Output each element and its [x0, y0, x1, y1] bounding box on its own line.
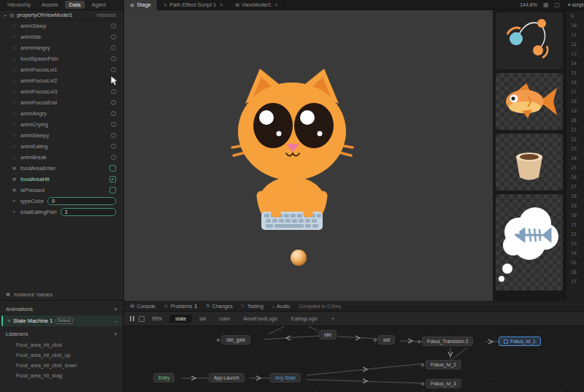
bool-checkbox[interactable] — [110, 176, 116, 182]
add-animation-button[interactable]: + — [114, 306, 118, 313]
data-property-row[interactable]: typeColor 0 — [0, 196, 123, 207]
panel-tab[interactable]: Assets — [37, 1, 63, 9]
pause-icon[interactable] — [130, 316, 134, 321]
mouse-cursor — [110, 75, 118, 86]
state-node[interactable]: eat — [378, 335, 395, 345]
state-node[interactable]: idle — [319, 330, 337, 339]
property-type-icon — [12, 210, 17, 215]
panel-tab[interactable]: Hierarchy — [3, 1, 35, 9]
layer-tab[interactable]: tail — [193, 315, 212, 323]
state-node[interactable]: Any State — [270, 373, 301, 383]
console-tab[interactable]: ⚠ Problems 1 — [164, 303, 197, 309]
listener-item[interactable]: Food_area_hit_click_up — [0, 350, 123, 360]
data-property-row[interactable]: animBreak — [0, 152, 123, 163]
layer-tab[interactable]: state — [169, 315, 192, 323]
line-number: 36 — [571, 268, 584, 277]
data-property-row[interactable]: animFocusLvl1 — [0, 64, 123, 75]
listener-item[interactable]: Food_area_hit_click_down — [0, 360, 123, 370]
state-node[interactable]: Entry — [153, 373, 174, 383]
panel-tab[interactable]: Agent — [87, 1, 110, 9]
viewmodel-header-row[interactable]: ▸ ▤ propertyOfViewModel1 Instance — [0, 10, 123, 20]
trigger-fire-button[interactable] — [111, 45, 116, 50]
data-property-row[interactable]: animSleep — [0, 20, 123, 31]
layer-tab[interactable]: EatingLogic — [285, 315, 324, 323]
console-tab[interactable]: ♪ Audio — [272, 303, 290, 309]
graph-zoom-level[interactable]: 95% — [152, 316, 162, 321]
cat-artwork[interactable] — [225, 63, 360, 231]
trigger-fire-button[interactable] — [111, 34, 116, 39]
fishbone-thought-artboard-thumbnail[interactable] — [496, 194, 563, 291]
data-property-row[interactable]: animCrying — [0, 119, 123, 130]
layer-tab[interactable]: color — [213, 315, 236, 323]
data-property-row[interactable]: animSleepy — [0, 130, 123, 141]
trigger-fire-button[interactable] — [111, 89, 116, 94]
close-tab-icon[interactable]: × — [220, 2, 223, 7]
editor-tab[interactable]: ⊞ ViewModel1 × — [229, 0, 284, 10]
state-machine-item[interactable]: ≡ State Machine 1 Default – — [1, 315, 122, 326]
state-node[interactable]: Fokus_lvl_2 — [426, 360, 461, 369]
panel-tab[interactable]: Data — [65, 1, 85, 9]
data-property-row[interactable]: isPressed — [0, 185, 123, 196]
menu-icon[interactable]: ≡ — [568, 2, 571, 7]
editor-tab[interactable]: ▣ Stage × — [124, 0, 158, 10]
trigger-fire-button[interactable] — [111, 56, 116, 61]
stage-canvas[interactable] — [124, 10, 493, 301]
number-input[interactable]: 0 — [47, 197, 116, 205]
data-property-row[interactable]: foodSpawnFish — [0, 53, 123, 64]
remove-state-machine-button[interactable]: – — [115, 318, 118, 324]
data-property-row[interactable]: animFocusLvl2 — [0, 75, 123, 86]
data-property-row[interactable]: animFocusLvl3 — [0, 86, 123, 97]
coffee-cup-artboard-thumbnail[interactable] — [496, 134, 563, 191]
close-tab-icon[interactable]: × — [275, 2, 278, 7]
editor-tab[interactable]: ∿ Path Effect Script 1 × — [158, 0, 230, 10]
state-node[interactable]: Fokus_lvl_1 — [499, 337, 541, 346]
property-type-icon — [12, 67, 17, 72]
add-layer-button[interactable]: + — [331, 315, 334, 323]
trigger-fire-button[interactable] — [111, 111, 116, 116]
fish-artboard-thumbnail[interactable] — [496, 73, 563, 130]
food-ball[interactable] — [291, 250, 307, 266]
trigger-fire-button[interactable] — [111, 67, 116, 72]
trigger-fire-button[interactable] — [111, 133, 116, 138]
add-listener-button[interactable]: + — [114, 331, 118, 338]
layer-tab[interactable]: AreaFoodLogic — [237, 315, 283, 323]
trigger-fire-button[interactable] — [111, 122, 116, 127]
console-tab[interactable]: ▤ Console — [130, 303, 155, 309]
state-node[interactable]: Fokus_Transision 2 — [422, 337, 473, 346]
console-tab[interactable]: ⇅ Changes — [206, 303, 232, 309]
property-type-icon — [12, 133, 17, 138]
stage-zoom-level[interactable]: 144.8% — [520, 2, 537, 7]
bool-checkbox[interactable] — [110, 165, 116, 172]
trigger-fire-button[interactable] — [111, 155, 116, 160]
expand-caret-icon[interactable]: ▸ — [4, 12, 7, 18]
layout-icon[interactable]: ▢ — [554, 1, 560, 8]
trigger-fire-button[interactable] — [111, 100, 116, 105]
fit-view-icon[interactable] — [139, 316, 145, 322]
trigger-fire-button[interactable] — [111, 144, 116, 149]
bool-checkbox[interactable] — [110, 187, 116, 193]
grid-icon[interactable]: ▦ — [543, 1, 549, 8]
state-node[interactable]: Fokus_lvl_3 — [426, 379, 461, 388]
listener-item[interactable]: Food_area_hit_click — [0, 339, 123, 350]
listener-item[interactable]: Food_area_hit_drag — [0, 370, 123, 380]
data-property-row[interactable]: totalEatingFish 1 — [0, 207, 123, 218]
console-tab[interactable]: ▷ Testing — [242, 303, 264, 309]
data-property-row[interactable]: animAngry — [0, 108, 123, 119]
state-node[interactable]: idle_gate — [221, 335, 250, 345]
data-property-row[interactable]: animHangry — [0, 42, 123, 53]
data-property-row[interactable]: foodAreaHit — [0, 174, 123, 185]
number-input[interactable]: 1 — [61, 208, 116, 216]
data-property-row[interactable]: animIdle — [0, 31, 123, 42]
property-label: animIdle — [20, 34, 107, 40]
bone-constraint-preview[interactable] — [496, 12, 563, 69]
line-number: 37 — [571, 277, 584, 287]
data-property-row[interactable]: animFocusEnd — [0, 97, 123, 108]
state-node[interactable]: App Launch — [209, 373, 245, 383]
property-label: animSleepy — [20, 132, 107, 139]
line-number: 21 — [571, 126, 584, 135]
data-property-row[interactable]: foodAreaEnter — [0, 163, 123, 174]
state-machine-graph[interactable]: idle_gate idle eat Fokus_Transision 2 Fo… — [124, 326, 584, 392]
trigger-fire-button[interactable] — [111, 23, 116, 28]
instance-values-footer[interactable]: ▣ Instance Values — [0, 289, 123, 299]
data-property-row[interactable]: animEating — [0, 141, 123, 152]
